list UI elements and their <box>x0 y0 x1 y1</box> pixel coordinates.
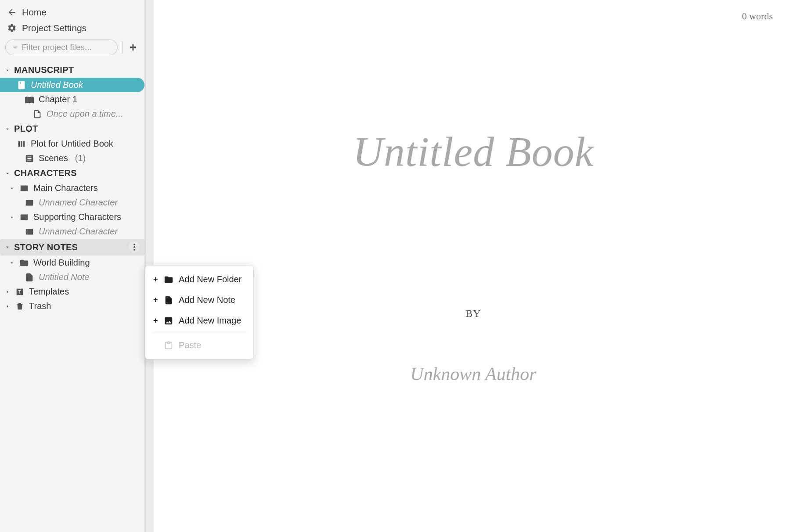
image-icon <box>164 316 173 326</box>
item-label: Supporting Characters <box>33 212 121 222</box>
more-button[interactable] <box>129 241 140 253</box>
tree-item-unnamed-character[interactable]: Unnamed Character <box>0 224 144 239</box>
chevron-right-icon <box>4 289 11 295</box>
section-manuscript[interactable]: MANUSCRIPT <box>0 62 144 78</box>
section-characters[interactable]: CHARACTERS <box>0 165 144 181</box>
folder-icon <box>164 275 173 284</box>
filter-row: + <box>0 36 144 61</box>
section-label: STORY NOTES <box>14 242 125 252</box>
person-card-icon <box>19 183 29 193</box>
tree-item-unnamed-character[interactable]: Unnamed Character <box>0 195 144 210</box>
separator <box>122 41 123 54</box>
tree-item-trash[interactable]: Trash <box>0 299 144 313</box>
tree-item-scenes[interactable]: Scenes (1) <box>0 151 144 165</box>
item-label: Scenes <box>39 153 68 163</box>
svg-point-1 <box>133 246 135 248</box>
note-icon <box>25 273 34 282</box>
document-author[interactable]: Unknown Author <box>410 363 536 385</box>
tree-item-supporting-characters[interactable]: Supporting Characters <box>0 210 144 224</box>
section-label: PLOT <box>14 124 140 134</box>
menu-label: Add New Image <box>179 316 241 326</box>
gear-icon <box>7 23 17 33</box>
item-count: (1) <box>75 153 86 163</box>
tree-item-world-building[interactable]: World Building <box>0 255 144 270</box>
person-icon <box>25 227 34 237</box>
sidebar: Home Project Settings + MANUSCRIPT Untit… <box>0 0 146 532</box>
context-menu: + Add New Folder + Add New Note + Add Ne… <box>145 265 254 359</box>
template-icon: T <box>15 287 25 297</box>
tree-item-book[interactable]: Untitled Book <box>0 78 144 92</box>
kebab-icon <box>133 244 135 251</box>
filter-icon <box>12 44 18 51</box>
chevron-down-icon <box>4 244 11 250</box>
item-label: Untitled Note <box>39 272 90 282</box>
menu-label: Add New Note <box>179 295 235 305</box>
board-icon <box>17 139 26 149</box>
item-label: Templates <box>29 287 69 297</box>
by-label: BY <box>465 308 481 320</box>
plus-icon: + <box>153 275 159 284</box>
svg-point-0 <box>133 244 135 245</box>
item-label: Trash <box>29 301 51 311</box>
tree-item-main-characters[interactable]: Main Characters <box>0 181 144 195</box>
section-plot[interactable]: PLOT <box>0 121 144 137</box>
filter-input[interactable] <box>22 43 111 52</box>
menu-add-image[interactable]: + Add New Image <box>145 310 253 331</box>
person-card-icon <box>19 212 29 222</box>
project-settings-link[interactable]: Project Settings <box>6 20 138 36</box>
tree-item-chapter[interactable]: Chapter 1 <box>0 92 144 107</box>
plus-icon: + <box>153 316 159 325</box>
chevron-down-icon <box>4 67 11 73</box>
chevron-down-icon <box>9 214 15 220</box>
word-count: 0 words <box>742 11 773 22</box>
chevron-down-icon <box>9 185 15 191</box>
tree-item-plot[interactable]: Plot for Untitled Book <box>0 137 144 151</box>
item-label: Untitled Book <box>31 80 83 90</box>
item-label: Chapter 1 <box>39 94 77 104</box>
note-icon <box>164 295 173 305</box>
sidebar-top: Home Project Settings <box>0 0 144 36</box>
chevron-right-icon <box>4 303 11 309</box>
item-label: World Building <box>33 258 90 268</box>
item-label: Main Characters <box>33 183 98 193</box>
book-icon <box>17 80 26 90</box>
item-label: Unnamed Character <box>39 198 118 208</box>
clipboard-icon <box>164 341 173 350</box>
item-label: Unnamed Character <box>39 226 118 237</box>
person-icon <box>25 198 34 208</box>
add-button[interactable]: + <box>127 40 139 54</box>
trash-icon <box>15 302 25 311</box>
chevron-down-icon <box>4 170 11 176</box>
settings-label: Project Settings <box>22 23 87 33</box>
filter-input-wrap[interactable] <box>5 40 118 55</box>
folder-icon <box>19 258 29 268</box>
item-label: Once upon a time... <box>47 109 123 119</box>
item-label: Plot for Untitled Book <box>31 139 113 149</box>
arrow-left-icon <box>7 7 17 17</box>
open-book-icon <box>25 95 34 104</box>
page-icon <box>32 109 42 119</box>
section-story-notes[interactable]: STORY NOTES <box>0 239 144 255</box>
project-tree: MANUSCRIPT Untitled Book Chapter 1 Once … <box>0 61 144 318</box>
section-label: CHARACTERS <box>14 168 140 178</box>
svg-text:T: T <box>18 289 22 294</box>
chevron-down-icon <box>4 126 11 132</box>
menu-label: Paste <box>179 340 201 350</box>
menu-separator <box>152 333 246 333</box>
home-link[interactable]: Home <box>6 4 138 20</box>
list-icon <box>25 154 34 163</box>
plus-icon: + <box>153 295 159 305</box>
document-title[interactable]: Untitled Book <box>353 127 594 176</box>
section-label: MANUSCRIPT <box>14 65 140 75</box>
tree-item-scene[interactable]: Once upon a time... <box>0 107 144 121</box>
menu-add-note[interactable]: + Add New Note <box>145 290 253 310</box>
home-label: Home <box>22 7 47 18</box>
tree-item-templates[interactable]: T Templates <box>0 284 144 299</box>
menu-add-folder[interactable]: + Add New Folder <box>145 269 253 290</box>
svg-point-2 <box>133 249 135 251</box>
chevron-down-icon <box>9 260 15 266</box>
menu-label: Add New Folder <box>179 274 242 284</box>
tree-item-untitled-note[interactable]: Untitled Note <box>0 270 144 284</box>
menu-paste: + Paste <box>145 335 253 356</box>
